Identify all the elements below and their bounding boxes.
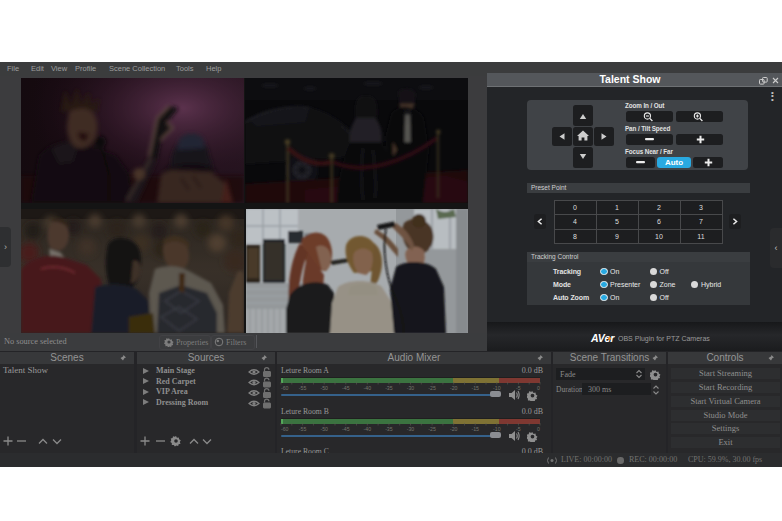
svg-text:-15: -15: [471, 426, 479, 432]
svg-text:-40: -40: [364, 426, 372, 432]
svg-text:-45: -45: [342, 385, 350, 391]
svg-text:-40: -40: [364, 385, 372, 391]
svg-text:-30: -30: [407, 426, 415, 432]
svg-text:-60: -60: [281, 426, 289, 432]
svg-text:-25: -25: [428, 426, 436, 432]
svg-text:-35: -35: [385, 385, 393, 391]
svg-text:-20: -20: [450, 426, 458, 432]
svg-text:-15: -15: [471, 385, 479, 391]
svg-text:-55: -55: [299, 426, 307, 432]
svg-text:-25: -25: [428, 385, 436, 391]
svg-text:-45: -45: [342, 426, 350, 432]
svg-text:-60: -60: [281, 385, 289, 391]
svg-text:-55: -55: [299, 385, 307, 391]
svg-text:-35: -35: [385, 426, 393, 432]
svg-text:-50: -50: [320, 385, 328, 391]
svg-text:-30: -30: [407, 385, 415, 391]
svg-text:-20: -20: [450, 385, 458, 391]
svg-text:-50: -50: [320, 426, 328, 432]
